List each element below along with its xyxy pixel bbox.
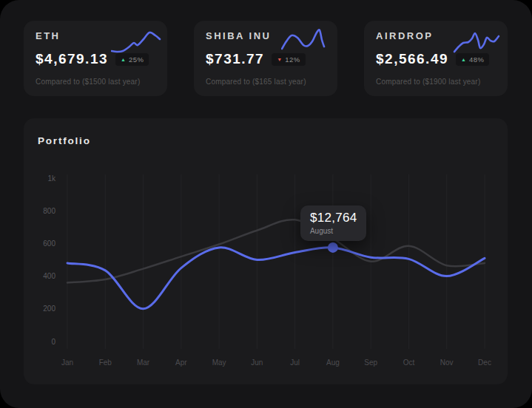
- price-value: $4,679.13: [36, 51, 108, 67]
- price-value: $731.77: [206, 51, 264, 67]
- svg-text:1k: 1k: [47, 174, 56, 183]
- app-surface: ETH $4,679.13 ▲ 25% Compared to ($1500 l…: [0, 0, 532, 408]
- comparison-caption: Compared to ($1500 last year): [36, 78, 155, 86]
- trend-up-icon: ▲: [461, 57, 466, 62]
- svg-text:400: 400: [43, 272, 55, 280]
- svg-text:Oct: Oct: [403, 358, 415, 367]
- svg-text:Jul: Jul: [290, 358, 300, 367]
- svg-text:May: May: [212, 358, 226, 367]
- svg-text:Jan: Jan: [61, 358, 73, 367]
- stat-cards-row: ETH $4,679.13 ▲ 25% Compared to ($1500 l…: [24, 21, 508, 96]
- svg-text:Sep: Sep: [364, 358, 377, 367]
- svg-text:0: 0: [51, 338, 55, 346]
- sparkline-icon: [111, 27, 161, 56]
- svg-text:800: 800: [43, 207, 55, 215]
- comparison-caption: Compared to ($1900 last year): [376, 78, 496, 86]
- sparkline-icon: [281, 27, 331, 56]
- svg-text:Feb: Feb: [99, 358, 112, 367]
- portfolio-panel: Portfolio 1k8006004002000JanFebMarAprMay…: [24, 118, 508, 384]
- svg-text:Dec: Dec: [478, 358, 491, 367]
- sparkline-icon: [451, 27, 502, 56]
- change-percent: 25%: [129, 55, 144, 64]
- svg-text:200: 200: [43, 305, 55, 313]
- change-percent: 12%: [285, 55, 300, 64]
- portfolio-line-chart[interactable]: 1k8006004002000JanFebMarAprMayJunJulAugS…: [24, 118, 508, 384]
- stat-card-eth[interactable]: ETH $4,679.13 ▲ 25% Compared to ($1500 l…: [24, 21, 167, 96]
- svg-text:Mar: Mar: [137, 358, 150, 367]
- trend-down-icon: ▼: [277, 57, 282, 62]
- svg-text:Aug: Aug: [326, 358, 340, 367]
- svg-text:Apr: Apr: [175, 358, 187, 367]
- svg-text:600: 600: [43, 239, 55, 248]
- stat-card-airdrop[interactable]: AIRDROP $2,566.49 ▲ 48% Compared to ($19…: [364, 21, 508, 96]
- stat-card-shiba-inu[interactable]: SHIBA INU $731.77 ▼ 12% Compared to ($16…: [194, 21, 337, 96]
- trend-up-icon: ▲: [121, 57, 126, 62]
- comparison-caption: Compared to ($165 last year): [206, 78, 326, 86]
- svg-text:Jun: Jun: [251, 358, 263, 367]
- svg-text:Nov: Nov: [440, 358, 454, 367]
- price-value: $2,566.49: [376, 51, 448, 67]
- change-percent: 48%: [469, 55, 485, 64]
